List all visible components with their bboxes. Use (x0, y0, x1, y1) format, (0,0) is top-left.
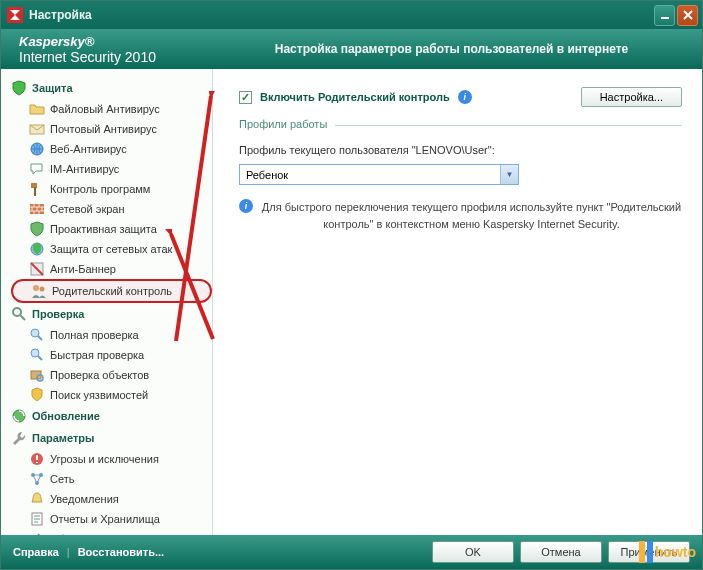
app-icon (7, 7, 23, 23)
help-link[interactable]: Справка (13, 546, 59, 558)
brand-product: Internet Security 2010 (19, 49, 219, 65)
sidebar-item-reports[interactable]: Отчеты и Хранилища (11, 509, 212, 529)
info-icon: i (239, 199, 253, 213)
people-icon (31, 283, 47, 299)
sidebar-item-vuln-scan[interactable]: Поиск уязвимостей (11, 385, 212, 405)
magnify-hdd-icon (29, 327, 45, 343)
shield-search-icon (29, 387, 45, 403)
sidebar-item-antibanner[interactable]: Анти-Баннер (11, 259, 212, 279)
profile-select[interactable]: Ребенок ▼ (239, 164, 519, 185)
globe-icon (29, 141, 45, 157)
close-button[interactable] (677, 5, 698, 26)
fieldset-legend: Профили работы (239, 118, 335, 130)
svg-rect-0 (7, 7, 23, 23)
window-title: Настройка (29, 8, 654, 22)
enable-parental-checkbox[interactable]: ✓ (239, 91, 252, 104)
magnify-box-icon (29, 367, 45, 383)
sidebar-item-proactive[interactable]: Проактивная защита (11, 219, 212, 239)
report-icon (29, 511, 45, 527)
howto-text: howto (655, 544, 696, 560)
footer: Справка | Восстановить... OK Отмена Прим… (1, 535, 702, 569)
info-icon[interactable]: i (458, 90, 472, 104)
enable-parental-label: Включить Родительский контроль (260, 91, 450, 103)
wall-icon (29, 201, 45, 217)
folder-icon (29, 101, 45, 117)
sidebar-group-protection[interactable]: Защита (11, 77, 212, 99)
sidebar-item-notifications[interactable]: Уведомления (11, 489, 212, 509)
sidebar-item-threats[interactable]: Угрозы и исключения (11, 449, 212, 469)
howto-watermark: howto (639, 541, 696, 563)
profile-label: Профиль текущего пользователя "LENOVO\Us… (239, 144, 682, 156)
sidebar-item-label: Веб-Антивирус (50, 143, 127, 155)
sidebar-item-file-av[interactable]: Файловый Антивирус (11, 99, 212, 119)
sidebar-item-label: Сеть (50, 473, 74, 485)
svg-point-10 (40, 287, 45, 292)
separator: | (67, 546, 70, 558)
sidebar-item-full-scan[interactable]: Полная проверка (11, 325, 212, 345)
sidebar-item-label: Отчеты и Хранилища (50, 513, 160, 525)
sidebar-item-mail-av[interactable]: Почтовый Антивирус (11, 119, 212, 139)
chat-icon (29, 161, 45, 177)
sidebar-item-network[interactable]: Сеть (11, 469, 212, 489)
svg-point-12 (31, 329, 39, 337)
minimize-button[interactable] (654, 5, 675, 26)
restore-link[interactable]: Восстановить... (78, 546, 164, 558)
content: ✓ Включить Родительский контроль i Настр… (213, 69, 702, 535)
shield-icon (11, 80, 27, 96)
brand-name: Kaspersky® (19, 34, 219, 49)
sidebar-item-quick-scan[interactable]: Быстрая проверка (11, 345, 212, 365)
svg-rect-1 (661, 17, 669, 19)
sidebar-item-label: Полная проверка (50, 329, 139, 341)
sidebar-item-web-av[interactable]: Веб-Антивирус (11, 139, 212, 159)
bell-icon (29, 491, 45, 507)
svg-point-9 (33, 285, 39, 291)
hammer-icon (29, 181, 45, 197)
profiles-fieldset: Профили работы Профиль текущего пользова… (239, 125, 682, 232)
star-shield-icon (29, 221, 45, 237)
sidebar-item-network-attack[interactable]: Защита от сетевых атак (11, 239, 212, 259)
magnify-fast-icon (29, 347, 45, 363)
sidebar-group-scan[interactable]: Проверка (11, 303, 212, 325)
cancel-button[interactable]: Отмена (520, 541, 602, 563)
svg-rect-5 (34, 187, 36, 196)
sidebar-group-settings[interactable]: Параметры (11, 427, 212, 449)
envelope-icon (29, 121, 45, 137)
sidebar-item-label: IM-Антивирус (50, 163, 119, 175)
sidebar-item-app-control[interactable]: Контроль программ (11, 179, 212, 199)
sidebar-group-label: Проверка (32, 308, 84, 320)
sidebar-item-label: Контроль программ (50, 183, 150, 195)
sidebar-item-label: Угрозы и исключения (50, 453, 159, 465)
sidebar-item-label: Поиск уязвимостей (50, 389, 148, 401)
sidebar-item-label: Почтовый Антивирус (50, 123, 157, 135)
brand: Kaspersky® Internet Security 2010 (19, 34, 219, 65)
ok-button[interactable]: OK (432, 541, 514, 563)
sidebar-item-label: Проверка объектов (50, 369, 149, 381)
sidebar-item-label: Уведомления (50, 493, 119, 505)
sidebar-item-label: Анти-Баннер (50, 263, 116, 275)
sidebar-item-parental[interactable]: Родительский контроль (11, 279, 212, 303)
svg-point-16 (13, 410, 25, 422)
titlebar: Настройка (1, 1, 702, 29)
sidebar-item-label: Защита от сетевых атак (50, 243, 172, 255)
sidebar: Защита Файловый Антивирус Почтовый Антив… (1, 69, 213, 535)
svg-point-11 (13, 308, 21, 316)
sidebar-item-firewall[interactable]: Сетевой экран (11, 199, 212, 219)
globe-update-icon (11, 408, 27, 424)
sidebar-item-im-av[interactable]: IM-Антивирус (11, 159, 212, 179)
sidebar-group-update[interactable]: Обновление (11, 405, 212, 427)
sidebar-group-label: Параметры (32, 432, 94, 444)
header: Kaspersky® Internet Security 2010 Настро… (1, 29, 702, 69)
chevron-down-icon: ▼ (500, 165, 518, 184)
threat-icon (29, 451, 45, 467)
hint-text: Для быстрого переключения текущего профи… (261, 199, 682, 232)
profile-value: Ребенок (246, 169, 288, 181)
block-icon (29, 261, 45, 277)
network-icon (29, 471, 45, 487)
magnify-icon (11, 306, 27, 322)
sidebar-item-label: Сетевой экран (50, 203, 125, 215)
svg-point-13 (31, 349, 39, 357)
sidebar-item-object-scan[interactable]: Проверка объектов (11, 365, 212, 385)
sidebar-item-label: Проактивная защита (50, 223, 157, 235)
sidebar-item-label: Файловый Антивирус (50, 103, 160, 115)
settings-button[interactable]: Настройка... (581, 87, 682, 107)
